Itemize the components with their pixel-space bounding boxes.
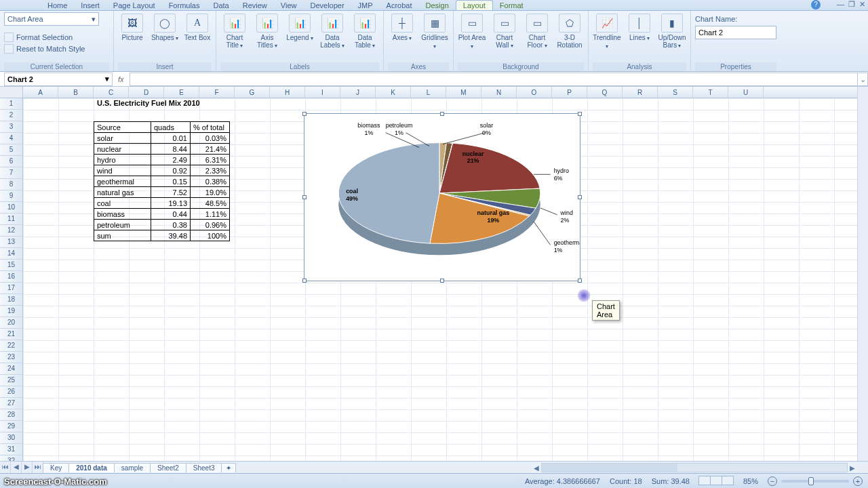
tab-home[interactable]: Home (41, 1, 74, 10)
column-headers[interactable]: ABCDEFGHIJKLMNOPQRSTU (23, 87, 857, 98)
select-all-corner[interactable] (0, 87, 23, 98)
legend-button[interactable]: 📊Legend (285, 12, 314, 42)
shapes-icon: ◯ (154, 14, 176, 33)
ribbon: Chart Area▾ Format Selection Reset to Ma… (0, 11, 868, 72)
tab-acrobat[interactable]: Acrobat (380, 1, 419, 10)
group-properties: Properties (695, 62, 776, 71)
data-labels-icon: 📊 (321, 14, 343, 33)
vertical-scrollbar[interactable] (857, 87, 868, 461)
title-cell: U.S. Electricity Fuel Mix 2010 (95, 98, 231, 108)
chart-floor-button[interactable]: ▭Chart Floor (523, 12, 551, 49)
close-icon[interactable]: ✕ (859, 0, 865, 9)
cursor-highlight (577, 289, 591, 302)
shapes-button[interactable]: ◯Shapes (151, 12, 179, 42)
svg-text:solar0%: solar0% (480, 122, 493, 136)
svg-text:petroleum1%: petroleum1% (386, 122, 413, 136)
axes-button[interactable]: ┼Axes (388, 12, 416, 42)
formula-input[interactable] (130, 73, 857, 86)
plot-area-icon: ▭ (461, 14, 483, 33)
updown-bars-button[interactable]: ▮Up/Down Bars (658, 12, 686, 49)
3d-rotation-button[interactable]: ⬠3-D Rotation (555, 12, 584, 49)
svg-text:hydro6%: hydro6% (554, 167, 569, 182)
tab-format[interactable]: Format (493, 1, 530, 10)
help-icon[interactable]: ? (811, 0, 821, 9)
watermark: Screencast-O-Matic.com (4, 476, 107, 487)
group-background: Background (458, 62, 584, 71)
spreadsheet-grid[interactable]: ABCDEFGHIJKLMNOPQRSTU 123456789101112131… (0, 87, 868, 461)
svg-text:wind2%: wind2% (560, 209, 573, 224)
picture-button[interactable]: 🖼Picture (118, 12, 146, 41)
sheet-nav-prev-icon[interactable]: ◀ (11, 462, 22, 473)
formula-expand-icon[interactable]: ⌄ (857, 73, 868, 86)
group-current-selection: Current Selection (4, 62, 109, 71)
minimize-icon[interactable]: — (837, 0, 844, 9)
status-average: Average: 4.386666667 (525, 477, 600, 485)
sheet-tab-sheet2[interactable]: Sheet2 (150, 463, 186, 472)
3d-rotation-icon: ⬠ (559, 14, 580, 33)
data-table-icon: 📊 (354, 14, 376, 33)
sheet-tab-key[interactable]: Key (43, 463, 69, 472)
zoom-in-button[interactable]: + (853, 476, 863, 486)
zoom-out-button[interactable]: − (768, 476, 777, 486)
textbox-button[interactable]: AText Box (183, 12, 212, 41)
chart-object[interactable]: biomass1%petroleum1%solar0%nuclear21%hyd… (304, 113, 580, 281)
chart-name-input[interactable] (695, 26, 776, 39)
sheet-tab-2010-data[interactable]: 2010 data (68, 463, 115, 472)
tab-jmp[interactable]: JMP (351, 1, 380, 10)
sheet-nav-last-icon[interactable]: ⏭ (33, 462, 43, 473)
sheet-tab-sample[interactable]: sample (114, 463, 151, 472)
sheet-nav-first-icon[interactable]: ⏮ (0, 462, 11, 473)
chart-tooltip: Chart Area (592, 300, 620, 321)
chart-title-button[interactable]: 📊Chart Title (220, 12, 249, 49)
chart-title-icon: 📊 (224, 14, 245, 33)
svg-text:geothermal1%: geothermal1% (554, 239, 580, 253)
new-sheet-button[interactable]: ✦ (221, 463, 236, 472)
sheet-tab-bar: ⏮ ◀ ▶ ⏭ Key 2010 data sample Sheet2 Shee… (0, 461, 868, 473)
zoom-level[interactable]: 85% (743, 477, 758, 485)
sheet-nav-next-icon[interactable]: ▶ (22, 462, 33, 473)
picture-icon: 🖼 (121, 14, 143, 33)
tab-data[interactable]: Data (206, 1, 235, 10)
legend-icon: 📊 (289, 14, 311, 33)
plot-area-button[interactable]: ▭Plot Area (458, 12, 486, 50)
chart-wall-icon: ▭ (494, 14, 515, 33)
status-sum: Sum: 39.48 (652, 477, 690, 485)
trendline-button[interactable]: 📈Trendline (593, 12, 621, 50)
lines-icon: │ (629, 14, 650, 33)
group-labels: Labels (220, 62, 379, 71)
chart-floor-icon: ▭ (526, 14, 548, 33)
textbox-icon: A (186, 14, 208, 33)
reset-style-button[interactable]: Reset to Match Style (4, 44, 85, 54)
status-count: Count: 18 (610, 477, 642, 485)
chart-name-label: Chart Name: (695, 15, 776, 23)
chart-element-selector[interactable]: Chart Area▾ (4, 12, 99, 26)
svg-line-6 (443, 133, 485, 144)
updown-bars-icon: ▮ (661, 14, 683, 33)
tab-developer[interactable]: Developer (303, 1, 351, 10)
view-buttons[interactable] (699, 476, 734, 487)
data-table-button[interactable]: 📊Data Table (351, 12, 379, 49)
tab-design[interactable]: Design (419, 1, 456, 10)
row-headers[interactable]: 1234567891011121314151617181920212223242… (0, 98, 23, 461)
data-labels-button[interactable]: 📊Data Labels (318, 12, 347, 49)
restore-icon[interactable]: ❐ (848, 0, 855, 9)
tab-page-layout[interactable]: Page Layout (106, 1, 162, 10)
gridlines-button[interactable]: ▦Gridlines (420, 12, 449, 50)
tab-insert[interactable]: Insert (74, 1, 106, 10)
axis-titles-icon: 📊 (256, 14, 278, 33)
chart-wall-button[interactable]: ▭Chart Wall (490, 12, 519, 49)
fx-icon[interactable]: fx (118, 75, 124, 83)
status-bar: Average: 4.386666667 Count: 18 Sum: 39.4… (0, 473, 868, 488)
tab-review[interactable]: Review (236, 1, 274, 10)
tab-formulas[interactable]: Formulas (162, 1, 207, 10)
horizontal-scrollbar[interactable]: ◀▶ (532, 462, 857, 473)
tab-layout[interactable]: Layout (456, 0, 493, 10)
zoom-slider[interactable] (781, 480, 849, 483)
tab-view[interactable]: View (274, 1, 304, 10)
name-box[interactable]: Chart 2▾ (4, 73, 113, 86)
group-axes: Axes (388, 62, 449, 71)
sheet-tab-sheet3[interactable]: Sheet3 (186, 463, 222, 472)
axis-titles-button[interactable]: 📊Axis Titles (253, 12, 281, 49)
format-selection-button[interactable]: Format Selection (4, 33, 85, 42)
lines-button[interactable]: │Lines (625, 12, 654, 42)
